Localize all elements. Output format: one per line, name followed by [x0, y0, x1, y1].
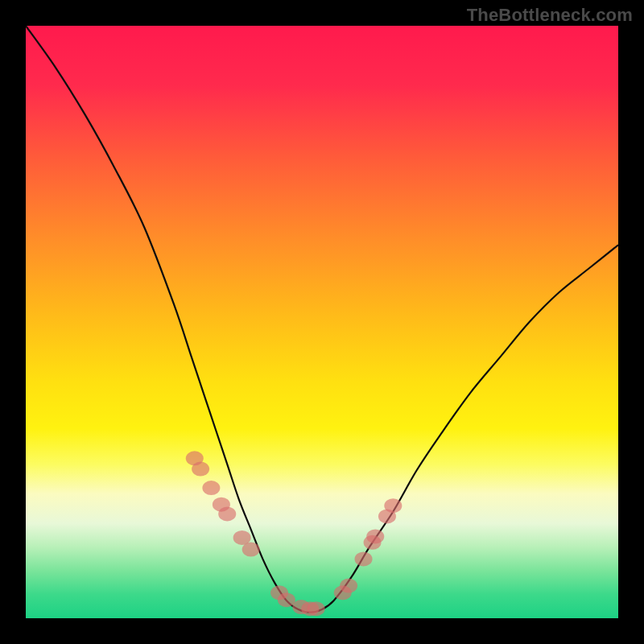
marker-point	[242, 543, 260, 557]
marker-point	[218, 506, 236, 521]
plot-area	[26, 26, 618, 618]
marker-point	[278, 592, 295, 607]
marker-point	[192, 462, 209, 477]
watermark-text: TheBottleneck.com	[467, 5, 633, 26]
marker-point	[202, 481, 220, 495]
bottleneck-curve	[26, 26, 618, 613]
marker-point	[340, 579, 357, 593]
curve-svg	[26, 26, 618, 618]
chart-frame: TheBottleneck.com	[0, 0, 644, 644]
marker-point	[366, 529, 384, 543]
marker-point	[384, 498, 402, 513]
highlight-markers	[186, 451, 402, 616]
marker-point	[308, 601, 325, 616]
marker-point	[355, 551, 373, 566]
